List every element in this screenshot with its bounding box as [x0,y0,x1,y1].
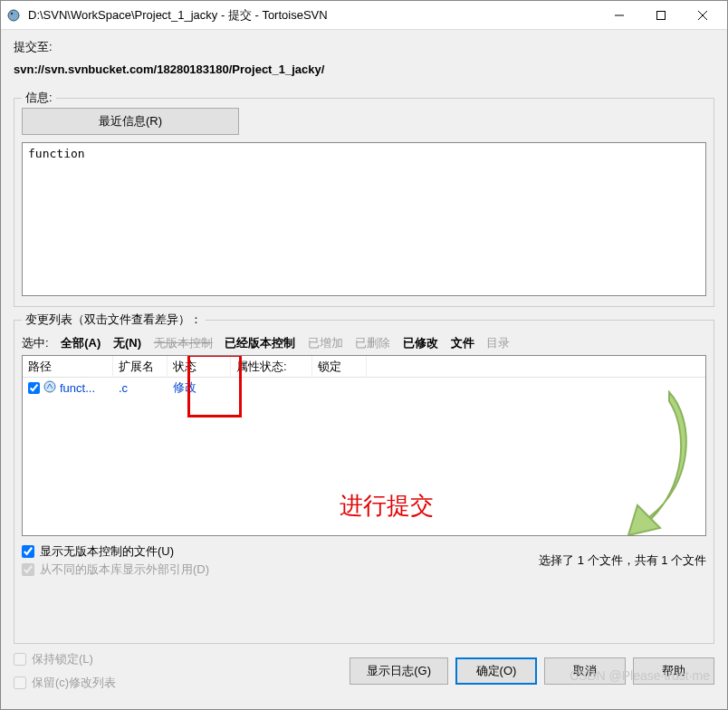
col-status[interactable]: 状态 [168,356,231,378]
filter-dirs[interactable]: 目录 [486,336,510,350]
svg-rect-3 [657,11,666,19]
filter-unversioned[interactable]: 无版本控制 [154,336,213,350]
table-row[interactable]: funct... .c 修改 [23,378,705,398]
filter-deleted[interactable]: 已删除 [355,336,390,350]
keep-lock-label: 保持锁定(L) [32,651,93,667]
show-externals-label: 从不同的版本库显示外部引用(D) [40,561,209,578]
commit-arrow-icon [588,383,696,536]
keep-lock-checkbox [14,653,26,666]
show-log-button[interactable]: 显示日志(G) [350,657,448,685]
filter-all[interactable]: 全部(A) [61,336,101,350]
filter-row: 选中: 全部(A) 无(N) 无版本控制 已经版本控制 已增加 已删除 已修改 … [22,335,706,351]
keep-lock-row: 保持锁定(L) [14,651,342,667]
recent-messages-label: 最近信息(R) [99,113,162,130]
keep-changelist-label: 保留(c)修改列表 [32,675,116,691]
titlebar: D:\SVN\WorkSpace\Project_1_jacky - 提交 - … [1,1,727,30]
keep-changelist-row: 保留(c)修改列表 [14,675,342,691]
show-unversioned-checkbox[interactable] [22,545,34,558]
svg-point-1 [11,12,13,14]
file-list-header: 路径 扩展名 状态 属性状态: 锁定 [23,356,705,378]
annotation-text: 进行提交 [340,490,434,522]
message-group: 信息: 最近信息(R) [14,98,714,307]
file-name: funct... [60,381,95,395]
svg-point-0 [8,10,19,21]
show-unversioned-row[interactable]: 显示无版本控制的文件(U) [22,543,209,560]
dialog-body: 提交至: svn://svn.svnbucket.com/18280183180… [1,30,727,709]
row-checkbox[interactable] [28,382,40,394]
cancel-button[interactable]: 取消 [544,657,626,685]
recent-messages-button[interactable]: 最近信息(R) [22,108,239,135]
col-lock[interactable]: 锁定 [312,356,367,378]
file-list[interactable]: 路径 扩展名 状态 属性状态: 锁定 funct... .c 修改 [22,355,706,536]
file-ext: .c [113,379,168,397]
svg-point-6 [44,381,55,392]
repository-url: svn://svn.svnbucket.com/18280183180/Proj… [14,62,714,76]
file-lock [312,386,367,389]
col-path[interactable]: 路径 [23,356,113,378]
changelist-legend: 变更列表（双击文件查看差异）： [22,312,206,328]
filter-files[interactable]: 文件 [451,336,474,350]
footer: 保持锁定(L) 保留(c)修改列表 显示日志(G) 确定(O) 取消 帮助 [14,649,714,696]
show-unversioned-label: 显示无版本控制的文件(U) [40,543,174,560]
close-button[interactable] [682,2,723,29]
commit-message-input[interactable] [22,142,706,296]
help-button[interactable]: 帮助 [633,657,714,685]
show-externals-checkbox [22,563,34,576]
selection-status: 选择了 1 个文件，共有 1 个文件 [539,552,706,569]
show-externals-row: 从不同的版本库显示外部引用(D) [22,561,209,578]
commit-to-label: 提交至: [14,39,714,55]
filter-none[interactable]: 无(N) [113,336,141,350]
keep-changelist-checkbox [14,676,26,689]
window-title: D:\SVN\WorkSpace\Project_1_jacky - 提交 - … [28,7,599,24]
filter-selected-label: 选中: [22,336,49,350]
changelist-group: 变更列表（双击文件查看差异）： 选中: 全部(A) 无(N) 无版本控制 已经版… [14,320,714,644]
col-prop[interactable]: 属性状态: [231,356,312,378]
file-status: 修改 [168,378,231,398]
col-ext[interactable]: 扩展名 [113,356,168,378]
filter-versioned[interactable]: 已经版本控制 [225,336,295,350]
tortoisesvn-icon [5,6,23,24]
file-prop [231,386,312,389]
maximize-button[interactable] [640,2,682,29]
message-legend: 信息: [22,90,56,106]
filter-added[interactable]: 已增加 [308,336,343,350]
file-icon [43,380,56,396]
commit-dialog: D:\SVN\WorkSpace\Project_1_jacky - 提交 - … [0,0,728,710]
window-controls [599,2,723,29]
ok-button[interactable]: 确定(O) [455,657,537,685]
status-row: 显示无版本控制的文件(U) 从不同的版本库显示外部引用(D) 选择了 1 个文件… [22,542,706,580]
minimize-button[interactable] [599,2,640,29]
filter-modified[interactable]: 已修改 [403,336,438,350]
